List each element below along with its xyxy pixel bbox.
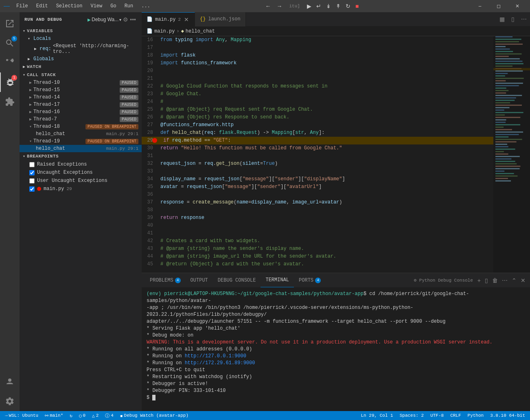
editor-more-button[interactable]: ⋯ [518,16,530,22]
bp-uncaught-exceptions[interactable]: Uncaught Exceptions [20,168,142,177]
thread-15-item[interactable]: ▶ Thread-15 PAUSED [20,86,142,94]
thread-17-item[interactable]: ▶ Thread-17 PAUSED [20,101,142,108]
status-bar: → WSL: Ubuntu ⚯ main* ↻ ◯ 0 △ 2 ⓘ 4 ◾ De… [0,411,530,420]
nav-back-button[interactable]: ← [263,2,273,11]
status-language[interactable]: Python [466,413,486,418]
bp-main-py-checkbox[interactable] [29,186,35,192]
tab-output-label: OUTPUT [191,278,208,283]
thread-7-item[interactable]: ▶ Thread-7 PAUSED [20,116,142,123]
status-sync[interactable]: ↻ [68,413,74,418]
call-stack-header[interactable]: ▾ CALL STACK [20,71,142,79]
breadcrumb-file[interactable]: main.py [154,28,175,34]
terminal-add-button[interactable]: + [476,276,482,285]
nav-forward-button[interactable]: → [275,2,285,11]
main-editor[interactable]: 16from typing import Any, Mapping1718imp… [142,36,493,273]
editor-area: 📄 main.py 2 ✕ {} launch.json ▦ ▯ ⋯ 📄 mai… [142,12,530,411]
variables-header[interactable]: ▾ VARIABLES [20,27,142,35]
activity-search[interactable]: 5 [0,33,20,53]
panel-close-button[interactable]: ✕ [519,276,527,285]
activity-git[interactable] [0,53,20,72]
bp-user-uncaught-exceptions-checkbox[interactable] [29,178,35,184]
bp-uncaught-exceptions-checkbox[interactable] [29,170,35,175]
term-url2-prefix: * Running on [147,360,185,366]
minimize-button[interactable]: – [471,0,489,12]
tab-debug-console[interactable]: DEBUG CONSOLE [213,273,261,287]
thread-18-item[interactable]: ▾ Thread-18 PAUSED ON BREAKPOINT [20,123,142,130]
debug-stop-button[interactable]: ■ [353,2,361,11]
locals-item[interactable]: ▾ Locals [20,35,142,42]
breakpoints-arrow: ▾ [23,154,25,159]
bp-raised-exceptions-checkbox[interactable] [29,162,35,167]
status-cursor[interactable]: Ln 29, Col 1 [359,413,395,418]
activity-settings[interactable] [0,392,20,411]
activity-extensions[interactable] [0,92,20,112]
debug-session-icon: ◾ [120,413,123,418]
tab-terminal[interactable]: TERMINAL [261,273,294,287]
status-python-version[interactable]: 3.8.10 64-bit [488,413,527,418]
split-editor-button[interactable]: ▦ [496,16,508,22]
close-button[interactable]: ✕ [508,0,527,12]
debug-more-button[interactable]: ••• [129,15,137,24]
title-bar: ⸻ File Edit Selection View Go Run ... ← … [0,0,530,12]
debug-restart-button[interactable]: ↻ [344,2,353,11]
activity-accounts[interactable] [0,372,20,392]
debug-settings-button[interactable]: ⚙ [122,15,129,24]
tab-ports[interactable]: PORTS 4 [294,273,326,287]
thread-17-status: PAUSED [120,102,138,107]
thread-10-item[interactable]: ▶ Thread-10 PAUSED [20,79,142,86]
debug-config-selector[interactable]: ▶ Debug Wa... ▾ [87,16,122,23]
line-number-35: 35 [142,183,160,191]
bp-main-py[interactable]: main.py 29 [20,185,142,193]
status-wsl[interactable]: → WSL: Ubuntu [3,413,40,418]
debug-step-into-button[interactable]: ↡ [324,2,333,11]
debug-step-over-button[interactable]: ↵ [314,2,323,11]
activity-bar: 5 1 [0,12,20,411]
menu-edit[interactable]: Edit [33,2,51,10]
menu-view[interactable]: View [87,2,105,10]
thread-19-frame-1[interactable]: hello_chat main.py 29:1 [20,145,142,152]
tab-main-py[interactable]: 📄 main.py 2 ✕ [142,12,195,26]
line-number-33: 33 [142,168,160,175]
thread-19-item[interactable]: ▾ Thread-19 PAUSED ON BREAKPOINT [20,138,142,145]
menu-selection[interactable]: Selection [53,2,86,10]
thread-18-frame-1[interactable]: hello_chat main.py 29:1 [20,130,142,138]
activity-debug[interactable]: 1 [0,72,20,92]
bp-user-uncaught-exceptions[interactable]: User Uncaught Exceptions [20,177,142,185]
thread-16-item[interactable]: ▶ Thread-16 PAUSED [20,108,142,116]
terminal-split-button[interactable]: ▯ [484,276,489,285]
breadcrumb-fn[interactable]: hello_chat [186,28,215,34]
activity-explorer[interactable] [0,14,20,33]
breakpoints-header[interactable]: ▾ BREAKPOINTS [20,152,142,160]
req-variable[interactable]: ▶ req: <Request 'http://charming-tro... [20,42,142,55]
thread-14-item[interactable]: ▶ Thread-14 PAUSED [20,94,142,101]
status-eol[interactable]: CRLF [449,413,462,418]
terminal-kill-button[interactable]: 🗑 [491,276,499,285]
terminal-content[interactable]: (env) pierrick@LAPTOP-HKU5PNNG:~/git/goo… [142,287,530,411]
tab-output[interactable]: OUTPUT [186,273,213,287]
status-encoding[interactable]: UTF-8 [429,413,445,418]
watch-header[interactable]: ▶ WATCH [20,63,142,71]
term-cmd-cont: -app ; /usr/bin/env /bin/python3 /home/p… [147,305,413,317]
tab-problems[interactable]: PROBLEMS 4 [145,273,186,287]
restore-button[interactable]: ◻ [489,0,508,12]
debug-step-out-button[interactable]: ↟ [334,2,343,11]
menu-run[interactable]: Run [121,2,137,10]
status-warnings[interactable]: △ 2 [90,413,100,418]
tab-main-py-label: main.py [155,17,175,22]
bp-raised-exceptions[interactable]: Raised Exceptions [20,160,142,168]
status-info[interactable]: ⓘ 4 [103,413,115,419]
status-branch[interactable]: ⚯ main* [43,413,65,418]
menu-more[interactable]: ... [138,2,153,10]
tab-main-py-close[interactable]: ✕ [183,16,190,23]
globals-item[interactable]: ▶ Globals [20,55,142,63]
status-errors[interactable]: ◯ 0 [77,413,87,418]
editor-layout-button[interactable]: ▯ [508,16,518,22]
panel-maximize-button[interactable]: ⌃ [510,276,518,285]
status-spaces[interactable]: Spaces: 2 [398,413,425,418]
status-debug-session[interactable]: ◾ Debug Watch (avatar-app) [118,413,190,418]
terminal-more-button[interactable]: ⋯ [501,276,509,285]
debug-continue-button[interactable]: ▶ [305,2,313,11]
menu-file[interactable]: File [13,2,31,10]
tab-launch-json[interactable]: {} launch.json [195,12,246,26]
menu-go[interactable]: Go [107,2,119,10]
